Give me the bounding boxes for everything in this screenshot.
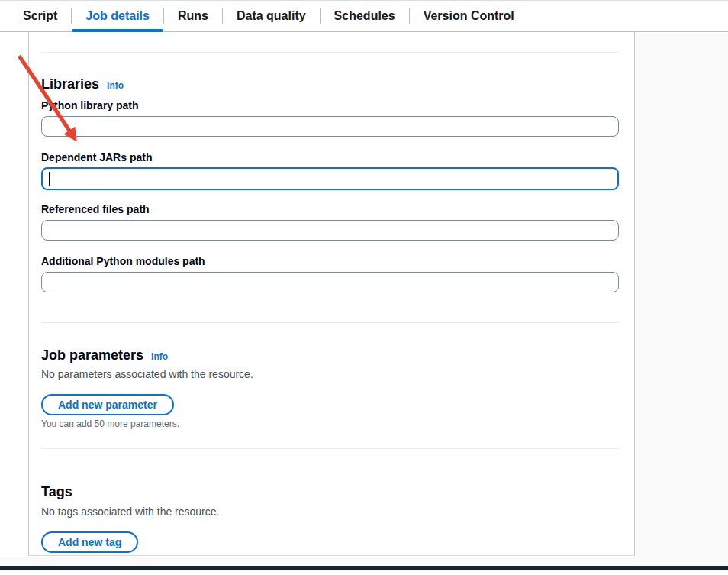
python-library-path-input[interactable] xyxy=(41,116,619,137)
tags-empty-text: No tags associated with the resource. xyxy=(41,506,219,518)
text-cursor xyxy=(49,172,50,186)
job-details-panel: Libraries Info Python library path Depen… xyxy=(28,32,635,556)
libraries-title: Libraries xyxy=(41,76,99,92)
section-divider xyxy=(41,52,619,53)
add-new-tag-button[interactable]: Add new tag xyxy=(41,531,138,553)
tab-data-quality[interactable]: Data quality xyxy=(223,1,320,31)
job-parameters-empty-text: No parameters associated with the resour… xyxy=(41,368,253,380)
job-parameters-info-link[interactable]: Info xyxy=(151,351,168,362)
right-gutter xyxy=(636,33,728,566)
job-parameters-section-title: Job parameters Info xyxy=(41,347,168,363)
tab-job-details[interactable]: Job details xyxy=(72,1,163,31)
additional-python-modules-path-label: Additional Python modules path xyxy=(41,255,205,267)
tab-script[interactable]: Script xyxy=(9,1,71,31)
dependent-jars-path-wrap xyxy=(41,167,619,190)
tab-runs[interactable]: Runs xyxy=(164,1,222,31)
tab-schedules[interactable]: Schedules xyxy=(321,1,409,31)
job-parameters-title: Job parameters xyxy=(41,347,143,363)
window-bottom-bar xyxy=(0,566,728,570)
additional-python-modules-path-input[interactable] xyxy=(41,272,619,292)
referenced-files-path-input[interactable] xyxy=(41,220,619,241)
libraries-info-link[interactable]: Info xyxy=(107,80,124,91)
referenced-files-path-label: Referenced files path xyxy=(41,203,150,215)
dependent-jars-path-input[interactable] xyxy=(41,167,619,190)
python-library-path-label: Python library path xyxy=(41,99,139,111)
tags-title: Tags xyxy=(41,484,72,500)
dependent-jars-path-label: Dependent JARs path xyxy=(41,151,152,163)
section-divider xyxy=(41,448,619,449)
tab-version-control[interactable]: Version Control xyxy=(410,1,528,31)
tags-section-title: Tags xyxy=(41,484,72,500)
bottom-gutter xyxy=(0,557,728,566)
libraries-section-title: Libraries Info xyxy=(41,76,124,92)
job-parameters-helper-text: You can add 50 more parameters. xyxy=(41,418,179,429)
add-new-parameter-button[interactable]: Add new parameter xyxy=(41,394,174,415)
section-divider xyxy=(41,322,619,323)
tab-bar: Script Job details Runs Data quality Sch… xyxy=(0,0,728,32)
